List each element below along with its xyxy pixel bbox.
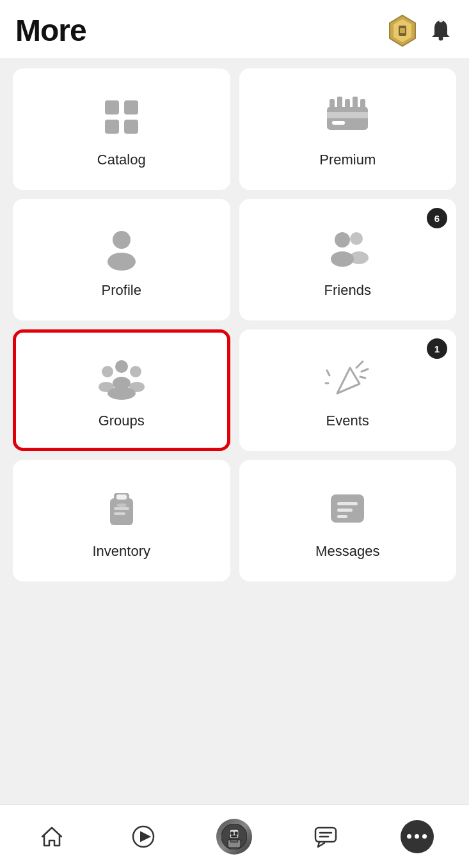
svg-point-22 [335,232,350,248]
dot-3 [422,834,427,839]
premium-icon [322,91,373,143]
svg-rect-53 [231,832,234,834]
dot-1 [407,834,411,839]
svg-point-5 [439,19,443,22]
svg-rect-3 [400,28,405,33]
events-label: Events [326,413,369,429]
svg-rect-54 [235,832,238,834]
svg-point-20 [113,231,131,249]
card-catalog[interactable]: Catalog [13,68,230,190]
svg-marker-50 [141,832,150,841]
svg-rect-8 [105,120,119,134]
nav-chat[interactable] [300,817,351,856]
page-title: More [15,13,86,48]
svg-marker-33 [337,368,360,393]
svg-rect-14 [332,121,345,125]
friends-icon [322,222,373,273]
svg-rect-9 [124,120,138,134]
card-groups[interactable]: Groups [13,329,230,451]
inventory-icon [96,483,147,534]
avatar-circle [216,819,252,855]
svg-point-30 [130,366,141,377]
catalog-icon [96,91,147,143]
card-profile[interactable]: Profile [13,199,230,320]
groups-label: Groups [99,413,145,429]
svg-line-35 [362,369,368,372]
svg-point-28 [102,366,113,377]
svg-line-34 [356,361,363,368]
header-icons [386,14,454,47]
card-friends[interactable]: 6 Friends [239,199,457,320]
svg-point-24 [350,232,363,245]
card-premium[interactable]: Premium [239,68,457,190]
svg-line-36 [360,377,365,378]
nav-more[interactable] [392,817,443,856]
content-area: More Ca [0,0,469,804]
bottom-nav [0,804,469,868]
messages-icon [322,483,373,534]
svg-rect-10 [119,100,124,114]
badge-events: 1 [427,338,447,359]
svg-rect-47 [337,509,353,512]
inventory-label: Inventory [93,543,151,560]
svg-rect-46 [337,502,358,505]
svg-rect-41 [116,494,127,500]
groups-icon [96,352,147,404]
svg-rect-55 [232,835,237,837]
svg-rect-13 [327,112,368,118]
notification-bell-icon[interactable] [428,18,454,43]
svg-rect-43 [114,512,125,515]
nav-home[interactable] [26,817,77,856]
svg-point-32 [107,387,136,400]
svg-rect-39 [110,498,133,525]
svg-rect-7 [124,100,138,114]
premium-label: Premium [319,152,376,168]
card-inventory[interactable]: Inventory [13,460,230,581]
svg-line-37 [327,370,330,375]
svg-rect-15 [330,99,335,109]
svg-point-25 [349,251,369,264]
profile-label: Profile [102,282,141,299]
svg-rect-18 [353,97,358,109]
svg-point-4 [439,36,443,40]
svg-point-26 [115,360,128,373]
friends-label: Friends [324,282,371,299]
cards-grid: Catalog Premium Profile6 Friends [0,58,469,592]
svg-rect-57 [231,839,238,842]
profile-icon [96,222,147,273]
nav-avatar[interactable] [209,817,260,856]
svg-rect-16 [337,97,342,109]
svg-rect-11 [105,114,138,120]
nav-play[interactable] [118,817,169,856]
card-events[interactable]: 1 Events [239,329,457,451]
robux-icon[interactable] [386,14,419,47]
events-icon [322,352,373,404]
messages-label: Messages [315,543,379,560]
svg-rect-42 [114,507,129,510]
svg-rect-17 [345,99,350,109]
dot-2 [415,834,419,839]
catalog-label: Catalog [97,152,146,168]
svg-rect-58 [315,828,336,842]
svg-rect-48 [337,515,347,518]
badge-friends: 6 [427,208,447,228]
svg-rect-6 [105,100,119,114]
svg-rect-19 [360,99,365,109]
more-dots-button[interactable] [401,820,434,853]
svg-rect-44 [116,503,127,507]
header: More [0,0,469,58]
svg-point-21 [107,253,136,271]
card-messages[interactable]: Messages [239,460,457,581]
